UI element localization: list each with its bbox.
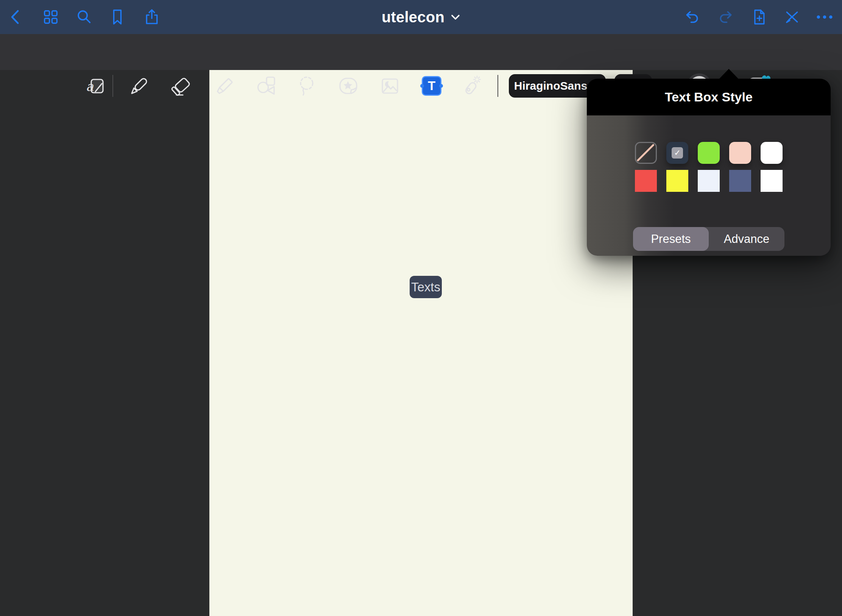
eraser-tool-button[interactable] bbox=[169, 74, 193, 98]
swatch-slate-blue[interactable] bbox=[729, 170, 751, 192]
read-only-icon: a bbox=[84, 74, 108, 98]
undo-icon bbox=[683, 8, 701, 26]
document-title-area[interactable]: utelecon bbox=[0, 0, 842, 34]
text-tool-handle-left bbox=[420, 84, 424, 88]
ellipsis-icon bbox=[815, 8, 834, 26]
undo-button[interactable] bbox=[683, 8, 701, 26]
swatch-peach[interactable] bbox=[729, 142, 751, 164]
redo-icon bbox=[717, 8, 735, 26]
note-page[interactable] bbox=[209, 70, 633, 616]
text-box-style-popover: Text Box Style ✓ Presets Advance bbox=[587, 79, 831, 256]
laser-pointer-icon bbox=[459, 74, 483, 98]
text-tool-handle-right bbox=[439, 84, 443, 88]
swatch-white-square[interactable] bbox=[761, 170, 783, 192]
swatch-none[interactable] bbox=[635, 142, 657, 164]
add-page-button[interactable] bbox=[750, 8, 768, 26]
document-title: utelecon bbox=[382, 9, 444, 26]
canvas-textbox[interactable]: Texts bbox=[410, 276, 442, 298]
sticker-tool-button[interactable] bbox=[336, 74, 360, 98]
swatch-green[interactable] bbox=[698, 142, 720, 164]
lasso-icon bbox=[295, 74, 319, 98]
swatch-dark-navy[interactable]: ✓ bbox=[666, 142, 688, 164]
more-button[interactable] bbox=[815, 8, 834, 26]
shapes-tool-button[interactable] bbox=[253, 74, 277, 98]
popover-header: Text Box Style bbox=[587, 79, 831, 115]
highlighter-icon bbox=[211, 74, 235, 98]
title-chevron-down-icon bbox=[451, 14, 460, 20]
selected-checkbox: ✓ bbox=[672, 147, 683, 159]
image-icon bbox=[378, 74, 402, 98]
toolbar-divider bbox=[112, 75, 113, 97]
swatch-red[interactable] bbox=[635, 170, 657, 192]
media-tool-button[interactable] bbox=[378, 74, 402, 98]
swatch-yellow[interactable] bbox=[666, 170, 688, 192]
exit-annotation-button[interactable] bbox=[783, 8, 801, 26]
tab-presets[interactable]: Presets bbox=[633, 227, 709, 251]
redo-button[interactable] bbox=[717, 8, 735, 26]
popover-arrow bbox=[719, 69, 739, 79]
lasso-tool-button[interactable] bbox=[295, 74, 319, 98]
toolbar-divider bbox=[497, 75, 498, 97]
swatch-pale-blue[interactable] bbox=[698, 170, 720, 192]
pen-tool-button[interactable] bbox=[127, 74, 151, 98]
pen-cross-icon bbox=[783, 8, 801, 26]
tools-bar: a T HiraginoSans-... 16 bbox=[0, 34, 842, 70]
text-tool-button[interactable]: T bbox=[422, 76, 441, 96]
nav-bar: utelecon bbox=[0, 0, 842, 34]
eraser-icon bbox=[169, 74, 193, 98]
shapes-icon bbox=[253, 74, 277, 98]
read-only-mode-button[interactable]: a bbox=[84, 74, 108, 98]
pen-icon bbox=[127, 74, 151, 98]
popover-title: Text Box Style bbox=[665, 90, 753, 104]
add-page-icon bbox=[750, 8, 768, 26]
presets-advance-segmented-control: Presets Advance bbox=[633, 227, 784, 251]
popover-body: ✓ Presets Advance bbox=[587, 115, 831, 256]
highlighter-tool-button[interactable] bbox=[211, 74, 235, 98]
screen: { "app": { "title": "utelecon" }, "nav":… bbox=[0, 0, 842, 616]
swatch-white-rounded[interactable] bbox=[761, 142, 783, 164]
tab-advance[interactable]: Advance bbox=[709, 227, 784, 251]
check-icon: ✓ bbox=[674, 148, 681, 157]
sticker-icon bbox=[336, 74, 360, 98]
text-tool-glyph: T bbox=[428, 79, 435, 93]
svg-text:a: a bbox=[86, 79, 94, 94]
laser-pointer-button[interactable] bbox=[459, 74, 483, 98]
style-swatch-grid: ✓ bbox=[635, 142, 783, 192]
